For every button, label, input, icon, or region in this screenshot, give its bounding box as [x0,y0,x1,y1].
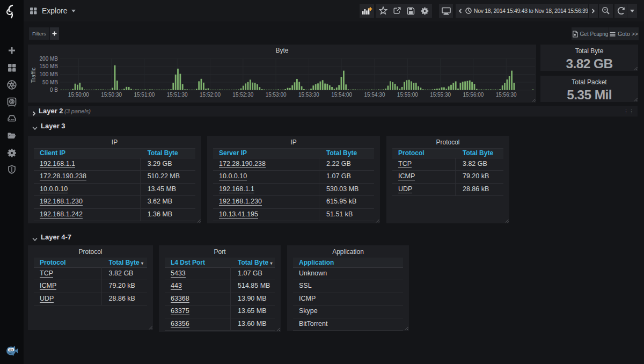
svg-text:15:53:00: 15:53:00 [266,92,287,98]
svg-text:Traffic: Traffic [30,68,36,83]
svg-text:15:51:30: 15:51:30 [167,92,188,98]
svg-text:50 MB: 50 MB [42,79,58,85]
svg-text:15:52:30: 15:52:30 [232,92,253,98]
svg-text:Byte: Byte [275,47,288,54]
svg-text:15:50:30: 15:50:30 [101,92,122,98]
svg-text:200 MB: 200 MB [40,56,58,62]
svg-text:15:55:00: 15:55:00 [397,92,418,98]
svg-text:15:54:00: 15:54:00 [331,92,352,98]
svg-text:150 MB: 150 MB [40,63,58,69]
svg-text:15:51:00: 15:51:00 [134,92,155,98]
svg-text:15:56:00: 15:56:00 [463,92,484,98]
svg-text:15:54:30: 15:54:30 [364,92,385,98]
svg-text:15:55:30: 15:55:30 [430,92,451,98]
svg-text:15:56:30: 15:56:30 [496,92,517,98]
svg-text:100 MB: 100 MB [40,71,58,77]
svg-text:15:50:00: 15:50:00 [68,92,89,98]
svg-text:0 B: 0 B [50,87,58,93]
svg-text:15:53:30: 15:53:30 [298,92,319,98]
svg-text:15:52:00: 15:52:00 [200,92,221,98]
